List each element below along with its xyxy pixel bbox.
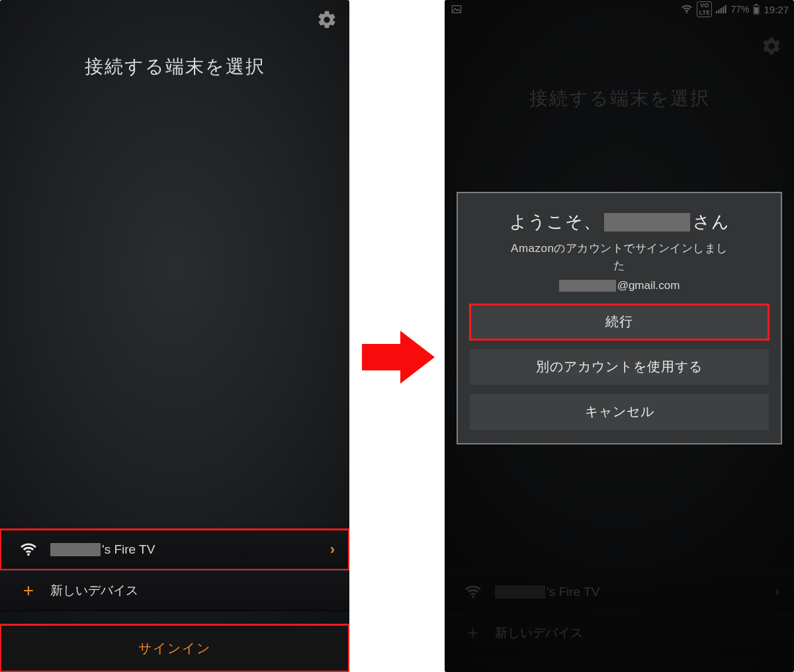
wifi-icon bbox=[16, 541, 41, 558]
redacted-username bbox=[604, 213, 690, 231]
device-list: 's Fire TV › + 新しいデバイス bbox=[0, 529, 349, 611]
svg-marker-0 bbox=[362, 331, 435, 384]
device-row-firetv[interactable]: 's Fire TV › bbox=[0, 529, 349, 570]
redacted-email bbox=[559, 280, 616, 292]
screen-select-device: 接続する端末を選択 's Fire TV › + 新しいデバイス サインイン bbox=[0, 0, 349, 672]
plus-icon: + bbox=[16, 580, 41, 601]
use-other-account-button[interactable]: 別のアカウントを使用する bbox=[470, 349, 769, 385]
redacted-username bbox=[50, 543, 101, 556]
signin-button[interactable]: サインイン bbox=[0, 624, 349, 672]
page-title: 接続する端末を選択 bbox=[0, 54, 349, 79]
settings-gear-icon[interactable] bbox=[316, 9, 337, 33]
arrow-right-icon bbox=[362, 328, 436, 386]
dialog-email: @gmail.com bbox=[470, 279, 769, 292]
new-device-label: 新しいデバイス bbox=[50, 582, 138, 599]
screen-welcome-dialog: VO LTE 77% bbox=[445, 0, 794, 672]
welcome-dialog: ようこそ、 さん Amazonのアカウントでサインインしまし た @gmail.… bbox=[457, 192, 782, 444]
dialog-title: ようこそ、 さん bbox=[470, 210, 769, 233]
new-device-row[interactable]: + 新しいデバイス bbox=[0, 570, 349, 611]
device-name: 's Fire TV bbox=[50, 542, 155, 557]
chevron-right-icon: › bbox=[330, 541, 335, 558]
continue-button[interactable]: 続行 bbox=[470, 304, 769, 340]
cancel-button[interactable]: キャンセル bbox=[470, 394, 769, 430]
dialog-subtitle: Amazonのアカウントでサインインしまし た bbox=[470, 240, 769, 275]
